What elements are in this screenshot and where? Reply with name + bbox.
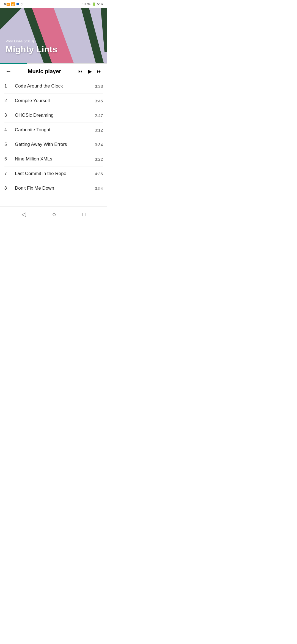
- track-duration: 3:54: [95, 186, 103, 191]
- track-title: Code Around the Clock: [15, 83, 95, 89]
- track-number: 2: [4, 98, 13, 103]
- track-item[interactable]: 4Carbonite Tonght3:12: [4, 123, 103, 137]
- track-title: Don't Fix Me Down: [15, 185, 95, 191]
- track-duration: 3:12: [95, 128, 103, 132]
- nav-back-button[interactable]: ◁: [21, 211, 26, 218]
- track-duration: 3:33: [95, 84, 103, 89]
- status-bar: ✕📶 📶 ⯀ ◇ 100% 🔋 5:37: [0, 0, 107, 8]
- album-subtitle: Poor Lines (2018): [6, 39, 57, 43]
- track-duration: 4:36: [95, 171, 103, 176]
- album-title: Mighty Lints: [6, 44, 57, 54]
- shield-icon: ⯀: [16, 2, 20, 6]
- album-art: [0, 8, 107, 63]
- track-number: 3: [4, 113, 13, 118]
- track-number: 1: [4, 84, 13, 89]
- track-item[interactable]: 8Don't Fix Me Down3:54: [4, 181, 103, 195]
- battery-icon: 🔋: [92, 2, 96, 6]
- back-button[interactable]: ←: [6, 68, 12, 75]
- track-item[interactable]: 5Getting Away With Errors3:34: [4, 137, 103, 152]
- track-title: OHOSic Dreaming: [15, 113, 95, 118]
- clock: 5:37: [97, 2, 103, 6]
- track-duration: 3:22: [95, 157, 103, 162]
- track-duration: 3:34: [95, 142, 103, 147]
- battery-level: 100%: [82, 2, 90, 6]
- nav-recent-button[interactable]: □: [82, 211, 86, 218]
- track-duration: 2:47: [95, 113, 103, 118]
- track-title: Carbonite Tonght: [15, 127, 95, 133]
- track-number: 5: [4, 142, 13, 147]
- track-item[interactable]: 2Compile Yourself3:45: [4, 94, 103, 108]
- status-left: ✕📶 📶 ⯀ ◇: [4, 2, 23, 6]
- album-header: Poor Lines (2018) Mighty Lints: [0, 8, 107, 63]
- track-number: 6: [4, 157, 13, 162]
- player-title: Music player: [16, 68, 73, 75]
- track-title: Compile Yourself: [15, 98, 95, 103]
- track-item[interactable]: 6Nine Million XMLs3:22: [4, 152, 103, 167]
- track-number: 4: [4, 127, 13, 132]
- track-title: Last Commit in the Repo: [15, 171, 95, 176]
- album-text-overlay: Poor Lines (2018) Mighty Lints: [6, 39, 57, 54]
- signal-icon: ✕📶: [4, 2, 10, 6]
- track-item[interactable]: 1Code Around the Clock3:33: [4, 79, 103, 94]
- track-item[interactable]: 7Last Commit in the Repo4:36: [4, 167, 103, 181]
- track-title: Getting Away With Errors: [15, 142, 95, 147]
- track-duration: 3:45: [95, 99, 103, 103]
- nav-home-button[interactable]: ○: [52, 211, 56, 218]
- track-title: Nine Million XMLs: [15, 156, 95, 162]
- track-number: 7: [4, 171, 13, 176]
- prev-button[interactable]: ⏮: [78, 69, 83, 74]
- track-number: 8: [4, 186, 13, 191]
- status-right: 100% 🔋 5:37: [82, 2, 103, 6]
- drop-icon: ◇: [21, 2, 23, 6]
- nav-bar: ◁ ○ □: [0, 206, 107, 224]
- next-button[interactable]: ⏭: [97, 69, 102, 74]
- track-item[interactable]: 3OHOSic Dreaming2:47: [4, 108, 103, 123]
- play-button[interactable]: ▶: [88, 68, 92, 75]
- track-list: 1Code Around the Clock3:332Compile Yours…: [0, 79, 107, 195]
- wifi-icon: 📶: [11, 2, 15, 6]
- triangle-top-left: [0, 8, 22, 30]
- player-controls: ← Music player ⏮ ▶ ⏭: [0, 64, 107, 79]
